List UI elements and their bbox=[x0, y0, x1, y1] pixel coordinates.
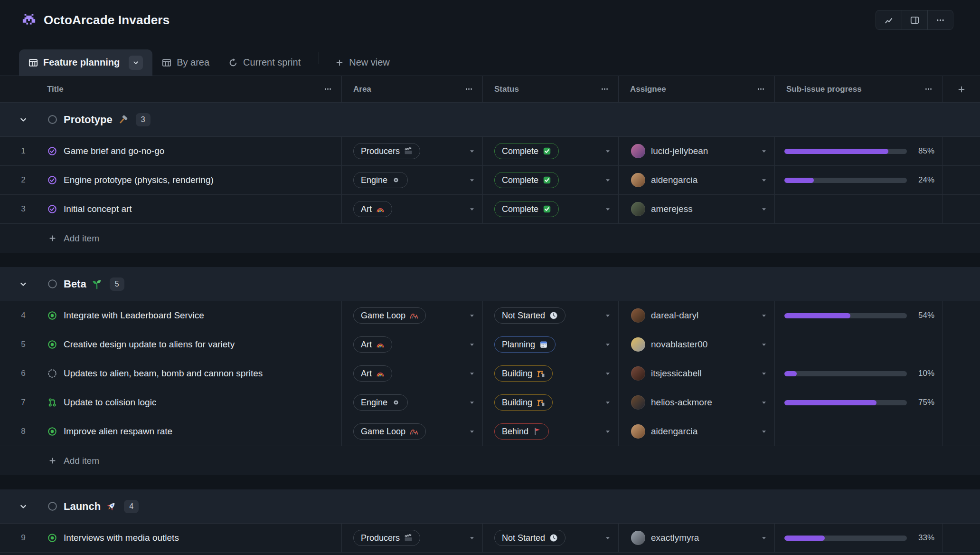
status-pill[interactable]: Complete bbox=[494, 143, 559, 159]
area-pill[interactable]: Engine bbox=[353, 394, 408, 411]
item-title[interactable]: Game brief and go-no-go bbox=[64, 146, 164, 156]
dropdown-caret-icon[interactable] bbox=[468, 341, 476, 348]
item-title[interactable]: Engine prototype (physics, rendering) bbox=[64, 175, 214, 185]
column-menu-button[interactable] bbox=[924, 85, 933, 93]
group-collapse-button[interactable] bbox=[0, 502, 47, 511]
area-pill[interactable]: Producers bbox=[353, 530, 420, 546]
item-title[interactable]: Interviews with media outlets bbox=[64, 533, 179, 543]
status-cell[interactable]: Planning bbox=[483, 330, 619, 359]
dropdown-caret-icon[interactable] bbox=[760, 370, 768, 377]
assignee-cell[interactable]: helios-ackmore bbox=[619, 388, 775, 417]
item-title[interactable]: Integrate with Leaderboard Service bbox=[64, 310, 204, 321]
dropdown-caret-icon[interactable] bbox=[468, 399, 476, 406]
status-cell[interactable]: Building bbox=[483, 388, 619, 417]
dropdown-caret-icon[interactable] bbox=[760, 534, 768, 542]
status-pill[interactable]: Not Started bbox=[494, 530, 565, 546]
area-pill[interactable]: Art bbox=[353, 365, 392, 382]
dropdown-caret-icon[interactable] bbox=[604, 147, 612, 155]
dropdown-caret-icon[interactable] bbox=[760, 147, 768, 155]
title-cell[interactable]: 7 Update to colision logic bbox=[0, 388, 342, 417]
area-cell[interactable]: Game Loop bbox=[342, 417, 483, 446]
dropdown-caret-icon[interactable] bbox=[468, 147, 476, 155]
assignee-cell[interactable]: itsjessicabell bbox=[619, 359, 775, 388]
status-pill[interactable]: Complete bbox=[494, 201, 559, 217]
dropdown-caret-icon[interactable] bbox=[760, 312, 768, 319]
assignee-cell[interactable]: aidengarcia bbox=[619, 166, 775, 194]
area-pill[interactable]: Art bbox=[353, 336, 392, 353]
dropdown-caret-icon[interactable] bbox=[468, 205, 476, 213]
column-menu-button[interactable] bbox=[465, 85, 473, 93]
status-pill[interactable]: Behind bbox=[494, 423, 549, 440]
column-sub-issue-progress[interactable]: Sub-issue progress bbox=[775, 76, 942, 102]
add-item-button[interactable]: Add item bbox=[0, 553, 980, 555]
title-cell[interactable]: 8 Improve alien respawn rate bbox=[0, 417, 342, 446]
dropdown-caret-icon[interactable] bbox=[760, 428, 768, 435]
column-menu-button[interactable] bbox=[757, 85, 765, 93]
status-cell[interactable]: Behind bbox=[483, 417, 619, 446]
dropdown-caret-icon[interactable] bbox=[468, 428, 476, 435]
assignee-cell[interactable]: amerejess bbox=[619, 195, 775, 223]
dropdown-caret-icon[interactable] bbox=[760, 205, 768, 213]
status-pill[interactable]: Building bbox=[494, 365, 553, 382]
item-title[interactable]: Update to colision logic bbox=[64, 397, 156, 408]
title-cell[interactable]: 5 Creative design update to aliens for v… bbox=[0, 330, 342, 359]
area-pill[interactable]: Game Loop bbox=[353, 307, 426, 324]
column-assignee[interactable]: Assignee bbox=[619, 76, 775, 102]
dropdown-caret-icon[interactable] bbox=[760, 341, 768, 348]
status-pill[interactable]: Not Started bbox=[494, 307, 565, 324]
column-status[interactable]: Status bbox=[483, 76, 619, 102]
tab-current-sprint[interactable]: Current sprint bbox=[219, 49, 310, 76]
status-cell[interactable]: Complete bbox=[483, 195, 619, 223]
status-cell[interactable]: Complete bbox=[483, 137, 619, 165]
assignee-cell[interactable]: lucid-jellybean bbox=[619, 137, 775, 165]
add-item-button[interactable]: Add item bbox=[0, 224, 980, 253]
add-column-button[interactable] bbox=[942, 76, 980, 102]
status-cell[interactable]: Not Started bbox=[483, 524, 619, 552]
group-collapse-button[interactable] bbox=[0, 279, 47, 289]
column-menu-button[interactable] bbox=[324, 85, 332, 93]
area-pill[interactable]: Game Loop bbox=[353, 423, 426, 440]
area-cell[interactable]: Game Loop bbox=[342, 301, 483, 330]
title-cell[interactable]: 9 Interviews with media outlets bbox=[0, 524, 342, 552]
area-pill[interactable]: Engine bbox=[353, 172, 408, 188]
area-cell[interactable]: Art bbox=[342, 195, 483, 223]
area-cell[interactable]: Art bbox=[342, 330, 483, 359]
title-cell[interactable]: 4 Integrate with Leaderboard Service bbox=[0, 301, 342, 330]
status-cell[interactable]: Complete bbox=[483, 166, 619, 194]
dropdown-caret-icon[interactable] bbox=[604, 176, 612, 184]
status-cell[interactable]: Not Started bbox=[483, 301, 619, 330]
column-title[interactable]: Title bbox=[0, 76, 342, 102]
area-cell[interactable]: Engine bbox=[342, 388, 483, 417]
item-title[interactable]: Updates to alien, beam, bomb and cannon … bbox=[64, 368, 263, 379]
view-options-button[interactable] bbox=[129, 56, 143, 70]
item-title[interactable]: Initial concept art bbox=[64, 204, 132, 214]
assignee-cell[interactable]: novablaster00 bbox=[619, 330, 775, 359]
dropdown-caret-icon[interactable] bbox=[760, 176, 768, 184]
status-pill[interactable]: Planning bbox=[494, 336, 556, 353]
dropdown-caret-icon[interactable] bbox=[468, 534, 476, 542]
item-title[interactable]: Improve alien respawn rate bbox=[64, 426, 172, 437]
status-pill[interactable]: Complete bbox=[494, 172, 559, 188]
dropdown-caret-icon[interactable] bbox=[604, 341, 612, 348]
tab-by-area[interactable]: By area bbox=[152, 49, 219, 76]
insights-button[interactable] bbox=[876, 10, 902, 29]
tab-feature-planning[interactable]: Feature planning bbox=[19, 49, 152, 76]
dropdown-caret-icon[interactable] bbox=[604, 428, 612, 435]
title-cell[interactable]: 1 Game brief and go-no-go bbox=[0, 137, 342, 165]
area-cell[interactable]: Engine bbox=[342, 166, 483, 194]
dropdown-caret-icon[interactable] bbox=[760, 399, 768, 406]
area-cell[interactable]: Producers bbox=[342, 137, 483, 165]
column-area[interactable]: Area bbox=[342, 76, 483, 102]
dropdown-caret-icon[interactable] bbox=[604, 370, 612, 377]
dropdown-caret-icon[interactable] bbox=[468, 370, 476, 377]
assignee-cell[interactable]: aidengarcia bbox=[619, 417, 775, 446]
status-pill[interactable]: Building bbox=[494, 394, 553, 411]
group-collapse-button[interactable] bbox=[0, 115, 47, 124]
dropdown-caret-icon[interactable] bbox=[604, 312, 612, 319]
dropdown-caret-icon[interactable] bbox=[468, 176, 476, 184]
dropdown-caret-icon[interactable] bbox=[604, 534, 612, 542]
dropdown-caret-icon[interactable] bbox=[604, 399, 612, 406]
assignee-cell[interactable]: dareal-daryl bbox=[619, 301, 775, 330]
status-cell[interactable]: Building bbox=[483, 359, 619, 388]
assignee-cell[interactable]: exactlymyra bbox=[619, 524, 775, 552]
